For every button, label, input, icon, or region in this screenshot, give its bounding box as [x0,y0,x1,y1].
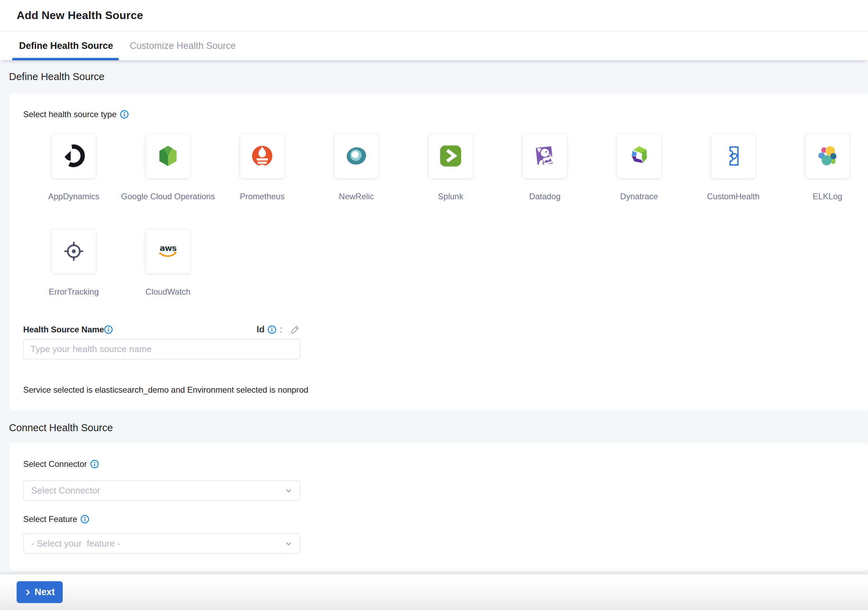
edit-id-pencil-icon[interactable] [290,324,300,335]
select-type-label: Select health source type [23,109,117,120]
source-tile-google-cloud-operations[interactable] [146,133,191,178]
info-icon[interactable] [104,325,113,334]
dialog-header: Add New Health Source [0,0,868,31]
elklog-icon [815,143,840,168]
define-section-heading: Define Health Source [9,71,868,82]
source-tile-errortracking[interactable] [51,229,96,274]
health-source-option-label: ELKLog [812,191,842,202]
health-source-option-label: AppDynamics [48,191,99,202]
health-source-option-cloudwatch: aws CloudWatch [121,229,215,297]
datadog-icon [532,143,557,168]
select-type-label-row: Select health source type [23,109,854,120]
health-source-option-datadog: Datadog [498,133,592,202]
source-tile-customhealth[interactable] [711,133,756,178]
info-icon[interactable] [81,515,89,524]
errortracking-icon [61,239,86,264]
health-source-option-newrelic: NewRelic [309,133,403,202]
health-source-name-label: Health Source Name [23,325,104,334]
dialog-footer: Next [0,574,868,610]
dynatrace-icon [626,143,651,168]
add-health-source-dialog: Add New Health Source Define Health Sour… [0,0,868,610]
select-connector-label-row: Select Connector [23,459,854,469]
health-source-type-grid: AppDynamics Google Cloud Operations Prom… [27,133,854,297]
tab-label: Customize Health Source [130,40,236,51]
source-tile-splunk[interactable] [428,133,473,178]
health-source-option-label: Splunk [438,191,463,202]
connector-select[interactable]: Select Connector [23,480,300,501]
info-icon[interactable] [90,459,99,469]
prometheus-icon [250,143,275,168]
health-source-option-label: ErrorTracking [49,287,99,297]
tab-bar: Define Health Source Customize Health So… [0,31,868,60]
next-button[interactable]: Next [17,581,63,603]
info-icon[interactable] [120,110,129,119]
health-source-option-prometheus: Prometheus [215,133,309,202]
source-tile-datadog[interactable] [522,133,567,178]
health-source-option-label: Datadog [529,191,561,202]
health-source-option-label: CloudWatch [146,287,191,297]
health-source-option-elklog: ELKLog [780,133,868,202]
health-source-option-dynatrace: Dynatrace [592,133,686,202]
svg-text:aws: aws [160,243,176,253]
select-feature-label-row: Select Feature [23,514,854,525]
health-source-option-google-cloud-operations: Google Cloud Operations [121,133,215,202]
source-tile-prometheus[interactable] [240,133,285,178]
health-source-option-splunk: Splunk [403,133,498,202]
chevron-right-icon [25,589,31,596]
source-tile-elklog[interactable] [805,133,850,178]
select-connector-label: Select Connector [23,459,87,469]
health-source-option-label: Google Cloud Operations [121,191,215,202]
health-source-option-label: Dynatrace [620,191,658,202]
health-source-name-input[interactable] [23,339,300,359]
connect-section-heading: Connect Health Source [9,422,868,434]
chevron-down-icon [285,540,292,548]
source-tile-cloudwatch[interactable]: aws [146,229,191,274]
source-tile-newrelic[interactable] [334,133,379,178]
cloudwatch-aws-icon: aws [155,239,180,264]
tab-define-health-source[interactable]: Define Health Source [19,31,113,60]
connect-health-source-card: Select Connector Select Connector Select… [9,443,868,571]
health-source-option-appdynamics: AppDynamics [27,133,121,202]
name-id-row: Health Source Name Id : [23,324,300,335]
google-cloud-operations-icon [155,143,180,168]
health-source-option-customhealth: CustomHealth [686,133,780,202]
customhealth-icon [721,143,746,168]
health-source-option-label: Prometheus [240,191,284,202]
newrelic-icon [344,143,369,168]
appdynamics-icon [61,143,86,168]
health-source-name-label-group: Health Source Name [23,325,113,334]
tab-customize-health-source[interactable]: Customize Health Source [130,31,236,60]
info-icon[interactable] [267,325,276,334]
health-source-option-label: CustomHealth [707,191,760,202]
id-group: Id : [257,324,300,335]
feature-select-placeholder: - Select your feature - [31,538,120,549]
chevron-down-icon [285,487,292,495]
select-feature-label: Select Feature [23,514,77,525]
connector-select-placeholder: Select Connector [31,485,100,496]
define-health-source-card: Select health source type AppDynamics Go… [9,93,868,411]
health-source-option-errortracking: ErrorTracking [27,229,121,297]
health-source-option-label: NewRelic [339,191,374,202]
dialog-body: Define Health Source Select health sourc… [0,60,868,574]
id-label: Id [257,324,265,335]
feature-select[interactable]: - Select your feature - [23,533,300,554]
source-tile-appdynamics[interactable] [51,133,96,178]
source-tile-dynatrace[interactable] [617,133,662,178]
id-colon: : [280,324,282,335]
splunk-icon [438,143,463,168]
page-title: Add New Health Source [17,9,143,22]
tab-label: Define Health Source [19,40,113,51]
next-button-label: Next [35,587,55,598]
service-environment-note: Service selected is elasticsearch_demo a… [23,385,854,395]
